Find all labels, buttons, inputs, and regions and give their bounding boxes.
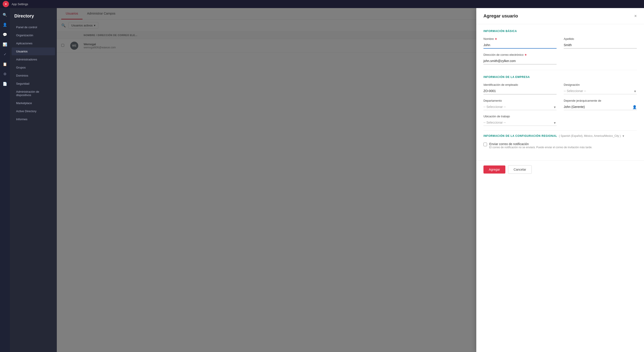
company-info-section: INFORMACIÓN DE LA EMPRESA Identificación… xyxy=(484,75,637,126)
notification-text: Enviar correo de notificación El correo … xyxy=(489,142,592,149)
person-search-icon: 👤 xyxy=(632,105,637,109)
sidebar: Directory Panel de control Organización … xyxy=(10,8,57,352)
notification-sublabel: El correo de notificación no se enviará.… xyxy=(489,146,592,149)
sidebar-item-reports[interactable]: Informes xyxy=(12,115,55,123)
emp-id-label: Identificación de empleado xyxy=(484,83,556,86)
icon-chat[interactable]: 💬 xyxy=(1,31,9,39)
top-bar: × App Settings xyxy=(0,0,644,8)
location-row: Ubicación de trabajo -- Seleccionar -- xyxy=(484,115,637,126)
nombre-required: ★ xyxy=(495,37,497,41)
icon-check[interactable]: ✓ xyxy=(1,50,9,58)
sidebar-item-marketplace[interactable]: Marketplace xyxy=(12,99,55,107)
dept-select[interactable]: -- Seleccionar -- xyxy=(484,104,556,110)
email-spacer xyxy=(564,53,637,65)
email-input[interactable] xyxy=(484,58,556,65)
icon-analytics[interactable]: 📊 xyxy=(1,40,9,48)
modal-footer: Agregar Cancelar xyxy=(476,160,644,178)
sidebar-item-groups[interactable]: Grupos xyxy=(12,64,55,71)
designation-select[interactable]: -- Seleccionar -- xyxy=(564,88,637,94)
location-group: Ubicación de trabajo -- Seleccionar -- xyxy=(484,115,556,126)
regional-subtitle: ( Spanish (Español), México, America/Mex… xyxy=(559,134,621,137)
modal-title: Agregar usuario xyxy=(484,14,518,19)
dept-select-wrapper: -- Seleccionar -- xyxy=(484,104,556,110)
close-icon: × xyxy=(5,2,7,6)
notification-checkbox[interactable] xyxy=(484,143,487,146)
notification-label: Enviar correo de notificación xyxy=(489,142,592,146)
cancel-button[interactable]: Cancelar xyxy=(508,165,532,174)
reports-to-label: Depende jerárquicamente de xyxy=(564,99,637,102)
company-info-title: INFORMACIÓN DE LA EMPRESA xyxy=(484,75,637,79)
email-label: Dirección de correo electrónico ★ xyxy=(484,53,556,56)
dept-reports-row: Departamento -- Seleccionar -- Depende j… xyxy=(484,99,637,110)
basic-info-title: INFORMACIÓN BÁSICA xyxy=(484,30,637,33)
modal-overlay: Agregar usuario × INFORMACIÓN BÁSICA Nom… xyxy=(57,8,644,352)
sidebar-item-admins[interactable]: Administradores xyxy=(12,56,55,63)
sidebar-item-security[interactable]: Seguridad xyxy=(12,80,55,88)
icon-bar: 🔍 👤 💬 📊 ✓ 📋 ⚙ 📄 xyxy=(0,8,10,352)
app-title: App Settings xyxy=(12,3,28,6)
icon-directory[interactable]: 👤 xyxy=(1,21,9,29)
designation-group: Designación -- Seleccionar -- xyxy=(564,83,637,94)
icon-settings[interactable]: ⚙ xyxy=(1,70,9,78)
icon-file[interactable]: 📄 xyxy=(1,80,9,88)
modal-close-button[interactable]: × xyxy=(634,14,637,19)
reports-to-input[interactable] xyxy=(564,104,637,110)
icon-search[interactable]: 🔍 xyxy=(1,11,9,19)
sidebar-item-active-directory[interactable]: Active Directory xyxy=(12,107,55,115)
add-user-modal: Agregar usuario × INFORMACIÓN BÁSICA Nom… xyxy=(476,8,644,352)
sidebar-item-devices[interactable]: Administración de dispositivos xyxy=(12,88,55,99)
apellido-group: Apellido xyxy=(564,37,637,49)
location-spacer xyxy=(564,115,637,126)
modal-header: Agregar usuario × xyxy=(476,8,644,24)
designation-label: Designación xyxy=(564,83,637,86)
sidebar-item-apps[interactable]: Aplicaciones xyxy=(12,39,55,47)
emp-designation-row: Identificación de empleado Designación -… xyxy=(484,83,637,94)
basic-info-section: INFORMACIÓN BÁSICA Nombre ★ Apellido xyxy=(484,30,637,65)
dept-group: Departamento -- Seleccionar -- xyxy=(484,99,556,110)
reports-to-wrapper: 👤 xyxy=(564,104,637,110)
regional-title: INFORMACIÓN DE LA CONFIGURACIÓN REGIONAL xyxy=(484,134,557,137)
regional-section: INFORMACIÓN DE LA CONFIGURACIÓN REGIONAL… xyxy=(484,130,637,138)
emp-id-input[interactable] xyxy=(484,88,556,94)
section-divider-1 xyxy=(484,70,637,70)
nombre-label: Nombre ★ xyxy=(484,37,556,41)
nombre-input[interactable] xyxy=(484,42,556,49)
sidebar-item-org[interactable]: Organización xyxy=(12,31,55,39)
name-row: Nombre ★ Apellido xyxy=(484,37,637,49)
sidebar-item-users[interactable]: Usuarios xyxy=(12,48,55,55)
nombre-group: Nombre ★ xyxy=(484,37,556,49)
sidebar-item-domains[interactable]: Dominios xyxy=(12,72,55,80)
email-required: ★ xyxy=(524,53,527,56)
emp-id-group: Identificación de empleado xyxy=(484,83,556,94)
icon-report[interactable]: 📋 xyxy=(1,60,9,68)
dept-label: Departamento xyxy=(484,99,556,102)
chevron-down-icon: ▾ xyxy=(622,134,624,138)
notification-section: Enviar correo de notificación El correo … xyxy=(484,138,637,155)
designation-select-wrapper: -- Seleccionar -- xyxy=(564,88,637,94)
modal-body: INFORMACIÓN BÁSICA Nombre ★ Apellido xyxy=(476,24,644,160)
location-select-wrapper: -- Seleccionar -- xyxy=(484,119,556,126)
close-app-button[interactable]: × xyxy=(3,1,9,7)
regional-header[interactable]: INFORMACIÓN DE LA CONFIGURACIÓN REGIONAL… xyxy=(484,134,637,138)
sidebar-title: Directory xyxy=(10,12,57,23)
location-label: Ubicación de trabajo xyxy=(484,115,556,118)
sidebar-item-panel[interactable]: Panel de control xyxy=(12,23,55,31)
email-group: Dirección de correo electrónico ★ xyxy=(484,53,556,65)
add-button[interactable]: Agregar xyxy=(484,165,505,173)
apellido-input[interactable] xyxy=(564,42,637,49)
email-row: Dirección de correo electrónico ★ xyxy=(484,53,637,65)
location-select[interactable]: -- Seleccionar -- xyxy=(484,119,556,126)
reports-to-group: Depende jerárquicamente de 👤 xyxy=(564,99,637,110)
notification-checkbox-row: Enviar correo de notificación El correo … xyxy=(484,142,637,149)
apellido-label: Apellido xyxy=(564,37,637,41)
